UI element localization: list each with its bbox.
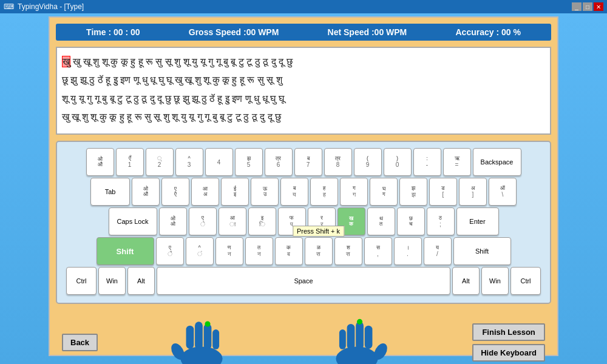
key-y[interactable]: बय	[280, 178, 308, 206]
key-tab[interactable]: Tab	[90, 178, 130, 206]
key-7[interactable]: ब7	[294, 148, 322, 176]
key-g[interactable]: फप	[278, 207, 306, 235]
right-buttons: Finish Lesson Hide Keyboard	[472, 323, 545, 362]
keyboard: ओऔ एँ1 ्2 ^3 4 झ5 त्र6 ब7 त्र8 (9 )0 :- …	[56, 141, 551, 304]
window-controls[interactable]: _ □ ✕	[572, 2, 603, 11]
key-win-left[interactable]: Win	[98, 267, 126, 295]
key-3[interactable]: ^3	[175, 148, 203, 176]
key-k[interactable]: थत	[367, 207, 395, 235]
key-semicolon[interactable]: ठ;	[427, 207, 455, 235]
key-backtick[interactable]: ओऔ	[86, 148, 114, 176]
stats-bar: Time : 00 : 00 Gross Speed :00 WPM Net S…	[56, 24, 551, 41]
key-row-5: Ctrl Win Alt Space Alt Win Ctrl	[66, 267, 541, 295]
net-speed-stat: Net Speed :00 WPM	[328, 27, 407, 37]
left-hand	[162, 312, 253, 364]
key-shift-right[interactable]: Shift	[453, 237, 511, 265]
key-period[interactable]: ।.	[394, 237, 422, 265]
key-o[interactable]: घग	[370, 178, 398, 206]
finish-lesson-button[interactable]: Finish Lesson	[472, 323, 545, 341]
svg-rect-9	[364, 326, 372, 349]
right-hand-svg	[317, 312, 396, 364]
key-l[interactable]: छच	[397, 207, 425, 235]
key-e[interactable]: आअ	[191, 178, 219, 206]
key-f[interactable]: इि	[248, 207, 276, 235]
svg-rect-2	[186, 326, 194, 349]
key-4[interactable]: 4	[205, 148, 233, 176]
key-a[interactable]: ओओ	[159, 207, 187, 235]
time-stat: Time : 00 : 00	[86, 27, 140, 37]
key-ctrl-left[interactable]: Ctrl	[66, 267, 97, 295]
svg-rect-3	[195, 322, 203, 349]
key-alt-right[interactable]: Alt	[452, 267, 480, 295]
title-text: TypingVidha - [Type]	[18, 2, 84, 11]
key-1[interactable]: एँ1	[116, 148, 144, 176]
key-j[interactable]: ख क	[337, 207, 365, 235]
svg-rect-5	[212, 329, 219, 349]
svg-rect-11	[347, 324, 354, 349]
text-display: खु खु खू शु शू कु कू हु हू रू सु सू शु श…	[56, 47, 551, 135]
key-row-3: Caps Lock ओओ एे आा इि फप रर ख क थत छच ठ;…	[66, 207, 541, 235]
key-backslash[interactable]: ऑ\	[489, 178, 517, 206]
maximize-btn[interactable]: □	[583, 2, 592, 11]
key-comma[interactable]: स,	[364, 237, 392, 265]
key-9[interactable]: (9	[354, 148, 382, 176]
key-c[interactable]: णन	[215, 237, 243, 265]
key-rbracket[interactable]: अ]	[459, 178, 487, 206]
left-hand-svg	[162, 312, 241, 364]
key-win-right[interactable]: Win	[481, 267, 509, 295]
back-button[interactable]: Back	[62, 334, 98, 351]
svg-point-6	[205, 321, 210, 326]
key-equals[interactable]: ऋ=	[443, 148, 471, 176]
app-icon: ⌨	[4, 2, 14, 11]
key-m[interactable]: शस	[334, 237, 362, 265]
key-enter[interactable]: Enter	[456, 207, 499, 235]
titlebar: ⌨ TypingVidha - [Type] _ □ ✕	[0, 0, 607, 13]
key-lbracket[interactable]: ड[	[429, 178, 457, 206]
hide-keyboard-button[interactable]: Hide Keyboard	[472, 344, 545, 362]
hands-area: Back	[56, 309, 551, 364]
key-t[interactable]: ऊउ	[251, 178, 279, 206]
key-capslock[interactable]: Caps Lock	[109, 207, 157, 235]
key-alt-left[interactable]: Alt	[127, 267, 155, 295]
key-w[interactable]: एऐ	[161, 178, 189, 206]
close-btn[interactable]: ✕	[594, 2, 603, 11]
key-z[interactable]: एै	[156, 237, 184, 265]
text-line-3: शू यु यू गु गू बु बू टु टू ठु ठू दु दू छ…	[62, 90, 545, 108]
key-ctrl-right[interactable]: Ctrl	[510, 267, 541, 295]
right-hand	[317, 312, 409, 364]
key-6[interactable]: त्र6	[265, 148, 293, 176]
text-line-2: छू झु झू ठु ठॅ हू इु इण णू धु धू घु घू ख…	[62, 71, 545, 89]
key-slash[interactable]: य/	[424, 237, 452, 265]
key-2[interactable]: ्2	[146, 148, 174, 176]
key-0[interactable]: )0	[384, 148, 412, 176]
key-minus[interactable]: :-	[413, 148, 441, 176]
key-n[interactable]: ळ स Press Shift + k	[305, 237, 333, 265]
key-s[interactable]: एे	[189, 207, 217, 235]
key-p[interactable]: झझ	[399, 178, 427, 206]
key-r[interactable]: ईइ	[221, 178, 249, 206]
svg-rect-4	[203, 324, 211, 349]
key-space[interactable]: Space	[157, 267, 450, 295]
key-5[interactable]: झ5	[235, 148, 263, 176]
key-shift-left[interactable]: Shift	[97, 237, 154, 265]
key-q[interactable]: ओऔ	[132, 178, 160, 206]
key-i[interactable]: गग	[340, 178, 368, 206]
back-button-container: Back	[62, 334, 98, 351]
key-d[interactable]: आा	[219, 207, 246, 235]
text-line-1: खु खु खू शु शू कु कू हु हू रू सु सू शु श…	[62, 53, 545, 71]
main-container: Time : 00 : 00 Gross Speed :00 WPM Net S…	[49, 16, 558, 356]
svg-rect-12	[339, 329, 345, 349]
text-line-4: खु खू शु शू कु कू हु हू रू सु सू शु शू य…	[62, 108, 545, 126]
key-h[interactable]: रर	[308, 207, 336, 235]
key-backspace[interactable]: Backspace	[473, 148, 521, 176]
key-8[interactable]: त्र8	[324, 148, 352, 176]
key-x[interactable]: ^ं	[186, 237, 214, 265]
minimize-btn[interactable]: _	[572, 2, 582, 11]
key-u[interactable]: हह	[310, 178, 338, 206]
accuracy-stat: Accuracy : 00 %	[455, 27, 520, 37]
key-row-1: ओऔ एँ1 ्2 ^3 4 झ5 त्र6 ब7 त्र8 (9 )0 :- …	[66, 148, 541, 176]
svg-rect-10	[356, 322, 364, 349]
key-v[interactable]: तन	[245, 237, 273, 265]
key-b[interactable]: कब	[275, 237, 303, 265]
key-row-2: Tab ओऔ एऐ आअ ईइ ऊउ बय हह गग घग झझ ड[ अ] …	[66, 178, 541, 206]
